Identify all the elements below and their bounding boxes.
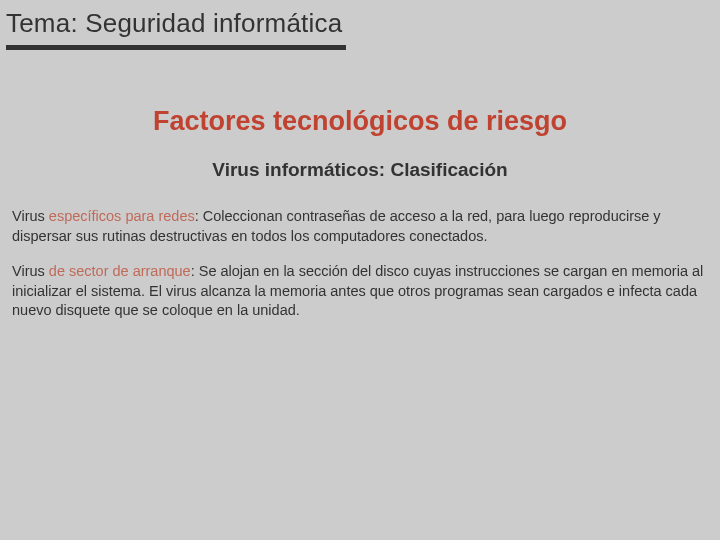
body-content: Virus específicos para redes: Colecciona… [0, 207, 720, 321]
paragraph-boot-sector-viruses: Virus de sector de arranque: Se alojan e… [12, 262, 708, 321]
term-network: específicos para redes [49, 208, 195, 224]
main-heading: Factores tecnológicos de riesgo [0, 106, 720, 137]
paragraph-network-viruses: Virus específicos para redes: Colecciona… [12, 207, 708, 246]
paragraph-prefix: Virus [12, 208, 49, 224]
topic-underline [6, 45, 346, 50]
topic-title: Tema: Seguridad informática [0, 0, 720, 43]
term-boot-sector: de sector de arranque [49, 263, 191, 279]
paragraph-prefix: Virus [12, 263, 49, 279]
sub-heading: Virus informáticos: Clasificación [0, 159, 720, 181]
